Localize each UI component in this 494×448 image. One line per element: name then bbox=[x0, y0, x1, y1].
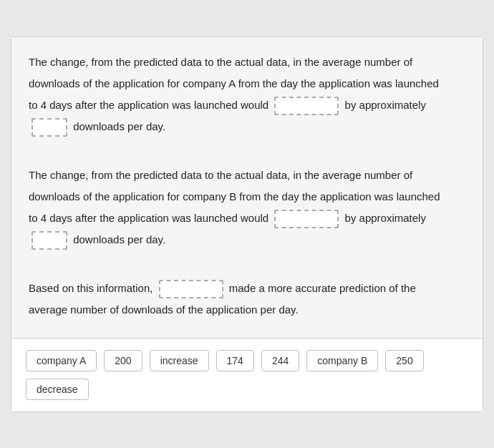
blank-1-direction[interactable] bbox=[274, 97, 339, 115]
para1-line4: downloads per day. bbox=[29, 116, 465, 137]
para2-line2: downloads of the application for company… bbox=[29, 186, 465, 208]
main-container: The change, from the predicted data to t… bbox=[11, 36, 483, 412]
para1-line4-post: downloads per day. bbox=[73, 120, 165, 132]
paragraph-3: Based on this information, made a more a… bbox=[29, 278, 465, 321]
paragraph-2: The change, from the predicted data to t… bbox=[29, 165, 465, 250]
answer-tile-company-b[interactable]: company B bbox=[306, 350, 378, 371]
blank-1-value[interactable] bbox=[32, 118, 67, 137]
para3-line1: Based on this information, made a more a… bbox=[29, 278, 465, 299]
para2-line3-pre: to 4 days after the application was laun… bbox=[29, 212, 268, 224]
answer-bank: company A200increase174244company B250de… bbox=[11, 338, 483, 412]
text-section: The change, from the predicted data to t… bbox=[11, 37, 483, 338]
paragraph-1: The change, from the predicted data to t… bbox=[29, 52, 465, 137]
para3-line1-post: made a more accurate prediction of the bbox=[229, 282, 416, 294]
para2-line4: downloads per day. bbox=[29, 229, 465, 250]
blank-2-value[interactable] bbox=[32, 231, 67, 250]
para1-line3-pre: to 4 days after the application was laun… bbox=[29, 99, 268, 111]
answer-tile-company-a[interactable]: company A bbox=[26, 350, 97, 371]
para3-line2: average number of downloads of the appli… bbox=[29, 299, 465, 321]
para2-line4-post: downloads per day. bbox=[73, 233, 165, 245]
para1-line3-post: by approximately bbox=[345, 99, 426, 111]
answer-tile-decrease[interactable]: decrease bbox=[26, 379, 89, 400]
para1-line2: downloads of the application for company… bbox=[29, 73, 465, 94]
answer-tile-increase[interactable]: increase bbox=[150, 350, 209, 371]
blank-2-direction[interactable] bbox=[274, 210, 339, 228]
blank-3-company[interactable] bbox=[159, 280, 223, 298]
para2-line3: to 4 days after the application was laun… bbox=[29, 208, 465, 229]
para1-line3: to 4 days after the application was laun… bbox=[29, 94, 465, 116]
para3-line1-pre: Based on this information, bbox=[29, 282, 152, 294]
para2-line1: The change, from the predicted data to t… bbox=[29, 165, 465, 186]
answer-tile-174[interactable]: 174 bbox=[216, 350, 254, 371]
answer-tile-250[interactable]: 250 bbox=[385, 350, 423, 371]
answer-tile-200[interactable]: 200 bbox=[104, 350, 142, 371]
answer-tile-244[interactable]: 244 bbox=[261, 350, 299, 371]
para2-line3-post: by approximately bbox=[345, 212, 426, 224]
para1-line1: The change, from the predicted data to t… bbox=[29, 52, 465, 73]
